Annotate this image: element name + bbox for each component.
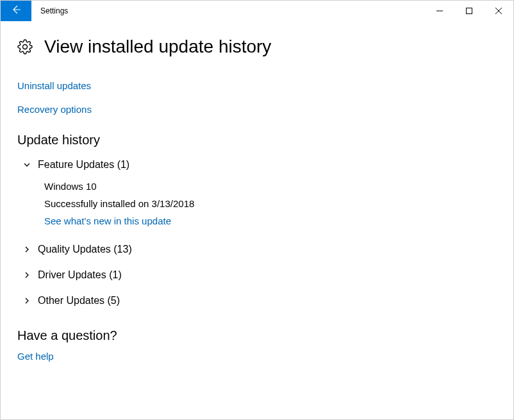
page-heading: View installed update history xyxy=(17,37,497,57)
gear-icon xyxy=(17,39,33,55)
other-updates-group[interactable]: Other Updates (5) xyxy=(17,291,497,310)
arrow-left-icon xyxy=(11,4,21,17)
close-button[interactable] xyxy=(484,1,513,21)
driver-updates-group[interactable]: Driver Updates (1) xyxy=(17,265,497,285)
page-title: View installed update history xyxy=(44,37,271,57)
recovery-options-link[interactable]: Recovery options xyxy=(17,104,497,115)
titlebar: Settings xyxy=(1,1,513,21)
back-button[interactable] xyxy=(1,1,31,21)
minimize-icon xyxy=(436,5,443,17)
window-title: Settings xyxy=(31,1,425,21)
get-help-link[interactable]: Get help xyxy=(17,351,54,362)
chevron-right-icon xyxy=(22,245,31,254)
feature-updates-label: Feature Updates (1) xyxy=(38,159,129,171)
content-area: View installed update history Uninstall … xyxy=(1,21,513,362)
chevron-right-icon xyxy=(22,271,31,280)
maximize-icon xyxy=(466,5,472,17)
driver-updates-label: Driver Updates (1) xyxy=(38,269,122,281)
other-updates-label: Other Updates (5) xyxy=(38,295,120,307)
quality-updates-group[interactable]: Quality Updates (13) xyxy=(17,240,497,259)
quality-updates-label: Quality Updates (13) xyxy=(38,244,132,255)
svg-rect-1 xyxy=(467,8,472,14)
feature-updates-group[interactable]: Feature Updates (1) xyxy=(17,155,497,174)
update-name: Windows 10 xyxy=(44,181,497,192)
chevron-right-icon xyxy=(22,296,31,305)
uninstall-updates-link[interactable]: Uninstall updates xyxy=(17,80,497,91)
update-history-heading: Update history xyxy=(17,133,497,147)
maximize-button[interactable] xyxy=(454,1,484,21)
feature-updates-children: Windows 10 Successfully installed on 3/1… xyxy=(17,174,497,233)
update-status: Successfully installed on 3/13/2018 xyxy=(44,198,497,209)
chevron-down-icon xyxy=(22,160,31,169)
whats-new-link[interactable]: See what's new in this update xyxy=(44,215,171,226)
have-a-question-heading: Have a question? xyxy=(17,328,497,343)
minimize-button[interactable] xyxy=(425,1,454,21)
window-controls xyxy=(425,1,513,21)
close-icon xyxy=(495,5,502,17)
